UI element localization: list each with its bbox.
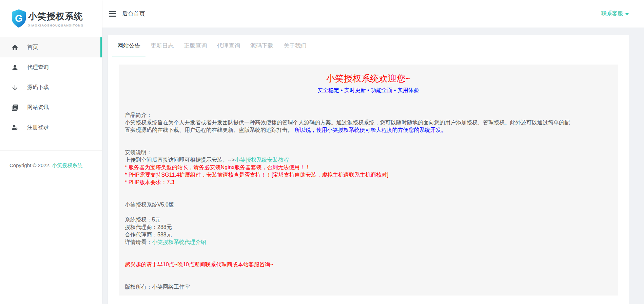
hamburger-menu-icon[interactable] bbox=[109, 11, 116, 17]
notice-line bbox=[125, 276, 612, 283]
sidebar-item-label: 首页 bbox=[27, 44, 38, 51]
main-area: 后台首页 联系客服 网站公告 更新日志 正版查询 代理查询 源码下载 关于我们 … bbox=[102, 0, 644, 304]
notice-line: 授权代理商：288元 bbox=[125, 223, 612, 231]
notice-text: 合作代理商：588元 bbox=[125, 232, 172, 237]
sidebar-item-label: 源码下载 bbox=[27, 84, 49, 91]
sidebar-item-register-login[interactable]: 注册登录 bbox=[0, 118, 102, 138]
sidebar-menu: 首页 代理查询 源码下载 网站资讯 bbox=[0, 37, 102, 138]
notice-line bbox=[125, 141, 612, 149]
page-title: 后台首页 bbox=[122, 10, 145, 18]
brand-title: 小笑授权系统 bbox=[28, 11, 84, 22]
notice-line bbox=[125, 268, 612, 276]
notice-text: 上传到空间后直接访问即可根据提示安装。--> bbox=[125, 157, 235, 163]
user-icon bbox=[11, 64, 19, 71]
notice-line bbox=[125, 194, 612, 201]
news-icon bbox=[11, 104, 19, 111]
sidebar-divider bbox=[0, 150, 102, 151]
notice-text: 授权代理商：288元 bbox=[125, 224, 172, 230]
tab-agent-query[interactable]: 代理查询 bbox=[212, 35, 245, 56]
sidebar-item-site-news[interactable]: 网站资讯 bbox=[0, 97, 102, 118]
content-card: 网站公告 更新日志 正版查询 代理查询 源码下载 关于我们 小笑授权系统欢迎您~… bbox=[108, 35, 629, 304]
copyright-brand-link[interactable]: 小笑授权系统 bbox=[52, 162, 82, 168]
sidebar: G 小笑授权系统 XIAOXIAOSHOUQUANXITONG 首页 代理查询 … bbox=[0, 0, 102, 304]
brand-subtitle: XIAOXIAOSHOUQUANXITONG bbox=[28, 24, 84, 27]
notice-text: 安装说明： bbox=[125, 149, 152, 155]
content-area: 网站公告 更新日志 正版查询 代理查询 源码下载 关于我们 小笑授权系统欢迎您~… bbox=[102, 28, 644, 304]
copyright: Copyright © 2022. 小笑授权系统 bbox=[0, 161, 102, 170]
sidebar-item-label: 注册登录 bbox=[27, 124, 49, 131]
chevron-down-icon bbox=[625, 13, 629, 15]
notice-line: 小笑授权系统V5.0版 bbox=[125, 201, 612, 209]
announcement-panel: 小笑授权系统欢迎您~ 安全稳定 • 实时更新 • 功能全面 • 实用体验 产品简… bbox=[119, 65, 618, 296]
sidebar-item-label: 网站资讯 bbox=[27, 104, 49, 111]
svg-text:G: G bbox=[15, 13, 23, 24]
sidebar-item-home[interactable]: 首页 bbox=[0, 37, 102, 57]
notice-line: 合作代理商：588元 bbox=[125, 231, 612, 238]
notice-line bbox=[125, 253, 612, 261]
notice-text: 小笑授权系统旨在为个人开发者或者开发团队提供一种高效便捷的管理个人源码的方案。通… bbox=[125, 120, 570, 125]
notice-line bbox=[125, 209, 612, 216]
tab-source-download[interactable]: 源码下载 bbox=[245, 35, 278, 56]
notice-line: 版权所有：小笑网络工作室 bbox=[125, 283, 612, 291]
notice-line: * PHP版本要求：7.3 bbox=[125, 179, 612, 186]
announcement-subtitle: 安全稳定 • 实时更新 • 功能全面 • 实用体验 bbox=[125, 86, 612, 94]
notice-text: 置实现源码的在线下载、用户远程的在线更新、盗版系统的追踪打击。 bbox=[125, 127, 293, 133]
copyright-text: Copyright © 2022. bbox=[9, 162, 52, 168]
notice-line: 小笑授权系统旨在为个人开发者或者开发团队提供一种高效便捷的管理个人源码的方案。通… bbox=[125, 119, 612, 126]
notice-line: 产品简介： bbox=[125, 111, 612, 119]
tab-about-us[interactable]: 关于我们 bbox=[278, 35, 312, 56]
download-icon bbox=[11, 84, 19, 91]
contact-support-dropdown[interactable]: 联系客服 bbox=[601, 10, 629, 17]
notice-line: * 服务器为宝塔类型的站长，请务必安装Nginx服务器套装，否则无法使用！！ bbox=[125, 164, 612, 171]
top-header: 后台首页 联系客服 bbox=[102, 0, 644, 28]
contact-support-label: 联系客服 bbox=[601, 10, 623, 17]
notice-text: * PHP需要支持SG11.4扩展组件，安装前请核查是否支持！！[宝塔支持自助安… bbox=[125, 172, 389, 178]
notice-line: 上传到空间后直接访问即可根据提示安装。-->小笑授权系统安装教程 bbox=[125, 156, 612, 164]
home-icon bbox=[11, 44, 19, 51]
tab-site-announcement[interactable]: 网站公告 bbox=[112, 35, 145, 56]
notice-line: 感兴趣的请于早10点~晚10点期间联系代理商或本站客服咨询~ bbox=[125, 261, 612, 268]
brand-text: 小笑授权系统 XIAOXIAOSHOUQUANXITONG bbox=[28, 11, 84, 27]
announcement-lines: 产品简介：小笑授权系统旨在为个人开发者或者开发团队提供一种高效便捷的管理个人源码… bbox=[125, 111, 612, 291]
notice-text: 感兴趣的请于早10点~晚10点期间联系代理商或本站客服咨询~ bbox=[125, 262, 273, 267]
notice-text: 小笑授权系统V5.0版 bbox=[125, 202, 174, 208]
tab-genuine-query[interactable]: 正版查询 bbox=[179, 35, 212, 56]
notice-text: 版权所有：小笑网络工作室 bbox=[125, 284, 190, 290]
notice-text: 系统授权：5元 bbox=[125, 217, 160, 222]
notice-link[interactable]: 小笑授权系统安装教程 bbox=[235, 157, 289, 163]
notice-line bbox=[125, 186, 612, 194]
notice-text: 产品简介： bbox=[125, 112, 152, 118]
notice-line: * PHP需要支持SG11.4扩展组件，安装前请核查是否支持！！[宝塔支持自助安… bbox=[125, 171, 612, 179]
notice-text: * PHP版本要求：7.3 bbox=[125, 179, 174, 185]
notice-text: 详情请看： bbox=[125, 239, 152, 245]
announcement-title: 小笑授权系统欢迎您~ bbox=[125, 72, 612, 85]
notice-line bbox=[125, 134, 612, 141]
brand-logo: G 小笑授权系统 XIAOXIAOSHOUQUANXITONG bbox=[0, 0, 102, 37]
notice-line: 系统授权：5元 bbox=[125, 216, 612, 223]
shield-logo-icon: G bbox=[11, 8, 27, 29]
notice-line bbox=[125, 246, 612, 253]
tab-update-log[interactable]: 更新日志 bbox=[145, 35, 179, 56]
sidebar-item-agent-query[interactable]: 代理查询 bbox=[0, 57, 102, 77]
notice-link[interactable]: 小笑授权系统代理介绍 bbox=[152, 239, 206, 245]
tab-bar: 网站公告 更新日志 正版查询 代理查询 源码下载 关于我们 bbox=[108, 35, 629, 56]
notice-text: * 服务器为宝塔类型的站长，请务必安装Nginx服务器套装，否则无法使用！！ bbox=[125, 164, 311, 170]
notice-line: 置实现源码的在线下载、用户远程的在线更新、盗版系统的追踪打击。 所以说，使用小笑… bbox=[125, 126, 612, 134]
user-gear-icon bbox=[11, 124, 19, 131]
sidebar-item-label: 代理查询 bbox=[27, 64, 49, 71]
notice-text: 所以说，使用小笑授权系统便可极大程度的方便您的系统开发。 bbox=[293, 127, 446, 133]
notice-line: 安装说明： bbox=[125, 149, 612, 156]
sidebar-item-source-download[interactable]: 源码下载 bbox=[0, 77, 102, 97]
notice-line: 详情请看：小笑授权系统代理介绍 bbox=[125, 238, 612, 246]
